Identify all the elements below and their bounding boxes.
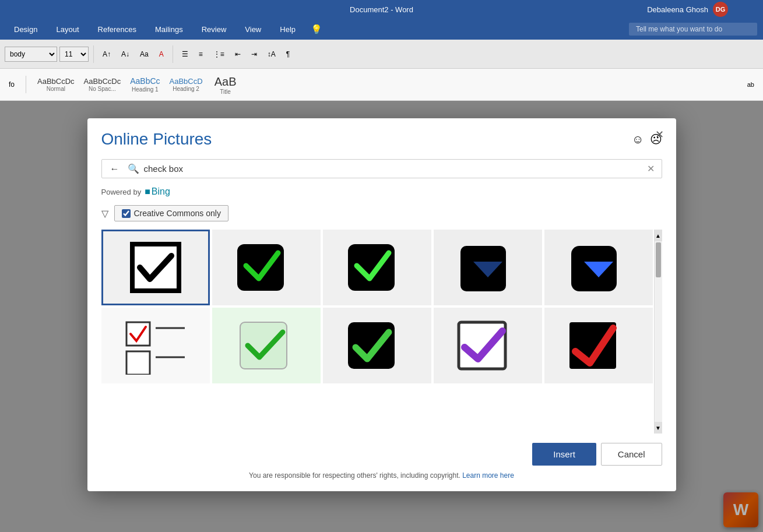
styles-area: AaBbCcDc Normal AaBbCcDc No Spac... AaBb… [33, 73, 243, 97]
styles-row: fo AaBbCcDc Normal AaBbCcDc No Spac... A… [0, 69, 763, 101]
scroll-thumb[interactable] [656, 242, 661, 277]
close-button[interactable]: ✕ [652, 126, 668, 143]
dialog-footer: Insert Cancel You are responsible for re… [101, 443, 662, 480]
dialog-header: Online Pictures ☺ ☹ [101, 130, 662, 149]
checkbox-svg-6 [124, 316, 188, 375]
clear-format-btn[interactable]: A [155, 47, 168, 61]
powered-by-text: Powered by [101, 188, 142, 196]
style-title[interactable]: AaB Title [208, 73, 243, 97]
toolbar-separator-1 [93, 45, 94, 63]
app-window: Document2 - Word Debaleena Ghosh DG Desi… [0, 0, 763, 532]
multilevel-btn[interactable]: ⋮≡ [209, 47, 228, 61]
document-area: ✕ Online Pictures ☺ ☹ ← 🔍 [0, 101, 763, 532]
style-normal-label: Normal [47, 86, 65, 92]
image-item-1[interactable] [101, 230, 210, 305]
bullets-btn[interactable]: ☰ [178, 47, 192, 61]
format-btn-1[interactable]: fo [5, 77, 19, 91]
style-heading1-preview: AaBbCc [130, 76, 160, 86]
menu-item-references[interactable]: References [90, 22, 145, 37]
checkbox-svg-9 [456, 319, 520, 372]
menu-item-review[interactable]: Review [194, 22, 235, 37]
back-arrow-icon: ← [110, 164, 119, 174]
powered-by-bar: Powered by ■ Bing [101, 186, 662, 197]
menu-item-view[interactable]: View [237, 22, 269, 37]
bing-text: Bing [152, 186, 170, 197]
checkbox-svg-1 [129, 241, 182, 294]
image-item-7[interactable] [212, 308, 321, 383]
clear-icon: ✕ [647, 164, 655, 174]
increase-font-btn[interactable]: A↑ [99, 47, 115, 61]
style-normal[interactable]: AaBbCcDc Normal [33, 75, 79, 94]
font-family-select[interactable]: body [5, 47, 57, 62]
decrease-font-btn[interactable]: A↓ [117, 47, 133, 61]
bing-icon: ■ [145, 186, 150, 197]
style-options-btn[interactable]: ab [743, 78, 758, 91]
cancel-button[interactable]: Cancel [601, 443, 662, 466]
insert-button[interactable]: Insert [532, 443, 596, 466]
checkbox-svg-8 [345, 319, 409, 372]
filter-bar: ▽ Creative Commons only [101, 205, 662, 221]
numbering-btn[interactable]: ≡ [195, 47, 207, 61]
lightbulb-icon[interactable]: 💡 [311, 24, 322, 35]
user-info: Debaleena Ghosh DG [647, 2, 728, 17]
search-input[interactable] [144, 164, 640, 174]
copyright-text: You are responsible for respecting other… [249, 471, 460, 480]
style-heading1[interactable]: AaBbCc Heading 1 [126, 75, 164, 94]
style-nospace-preview: AaBbCcDc [84, 77, 121, 86]
show-marks-btn[interactable]: ¶ [282, 47, 294, 61]
style-heading2-label: Heading 2 [173, 86, 199, 92]
checkbox-svg-4 [456, 241, 520, 294]
decrease-indent-btn[interactable]: ⇤ [231, 47, 245, 61]
image-item-2[interactable] [212, 230, 321, 305]
avatar[interactable]: DG [713, 2, 728, 17]
filter-icon[interactable]: ▽ [101, 208, 108, 219]
style-heading2[interactable]: AaBbCcD Heading 2 [166, 75, 207, 94]
search-icon: 🔍 [128, 163, 139, 174]
image-item-10[interactable] [544, 308, 653, 383]
image-item-6[interactable] [101, 308, 210, 383]
ribbon-search-input[interactable] [629, 23, 757, 36]
title-bar: Document2 - Word Debaleena Ghosh DG [0, 0, 763, 19]
sort-btn[interactable]: ↕A [263, 47, 280, 61]
learn-more-link[interactable]: Learn more here [462, 471, 514, 480]
creative-commons-filter[interactable]: Creative Commons only [114, 205, 228, 221]
scrollbar-track: ▲ ▼ [654, 230, 662, 434]
menu-item-help[interactable]: Help [272, 22, 304, 37]
menu-item-layout[interactable]: Layout [48, 22, 87, 37]
search-bar: ← 🔍 ✕ [101, 159, 662, 178]
clear-search-button[interactable]: ✕ [645, 162, 657, 175]
bing-logo: ■ Bing [145, 186, 170, 197]
dialog-title: Online Pictures [101, 130, 212, 149]
style-nospace-label: No Spac... [89, 86, 116, 92]
menu-item-design[interactable]: Design [6, 22, 45, 37]
username: Debaleena Ghosh [647, 5, 708, 14]
scroll-down-button[interactable]: ▼ [655, 422, 662, 434]
image-grid-container: ▲ ▼ [101, 230, 662, 434]
cc-label: Creative Commons only [134, 209, 221, 218]
checkbox-svg-5 [567, 241, 631, 294]
image-item-5[interactable] [544, 230, 653, 305]
back-button[interactable]: ← [107, 163, 123, 175]
scroll-up-button[interactable]: ▲ [655, 230, 662, 241]
menu-item-mailings[interactable]: Mailings [147, 22, 191, 37]
increase-indent-btn[interactable]: ⇥ [247, 47, 261, 61]
image-item-3[interactable] [323, 230, 431, 305]
app-title: Document2 - Word [350, 5, 413, 14]
style-nospace[interactable]: AaBbCcDc No Spac... [80, 75, 125, 94]
toolbar-separator-3 [26, 76, 26, 93]
font-size-select[interactable]: 11 [59, 47, 89, 62]
image-item-9[interactable] [434, 308, 542, 383]
cc-checkbox[interactable] [122, 209, 131, 218]
ribbon-menu: Design Layout References Mailings Review… [0, 19, 763, 40]
change-case-btn[interactable]: Aa [136, 47, 153, 61]
style-title-label: Title [220, 89, 231, 95]
style-normal-preview: AaBbCcDc [37, 77, 75, 86]
checkbox-svg-2 [234, 241, 298, 294]
dialog-overlay: ✕ Online Pictures ☺ ☹ ← 🔍 [0, 101, 763, 532]
image-item-4[interactable] [434, 230, 542, 305]
image-item-8[interactable] [323, 308, 431, 383]
smiley-icon[interactable]: ☺ [632, 133, 644, 146]
checkbox-svg-3 [345, 241, 409, 294]
style-heading1-label: Heading 1 [132, 86, 159, 93]
checkbox-svg-10 [567, 319, 631, 372]
